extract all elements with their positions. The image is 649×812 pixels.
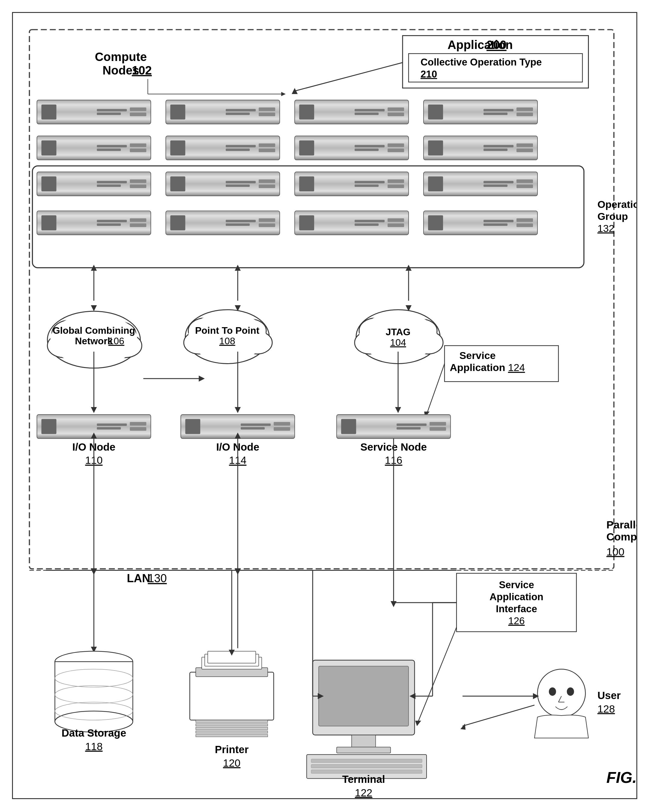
svg-rect-73 (97, 185, 121, 187)
svg-point-133 (51, 336, 78, 356)
svg-rect-193 (430, 427, 446, 431)
svg-rect-74 (130, 179, 146, 183)
svg-text:Application: Application (490, 591, 543, 602)
svg-rect-77 (170, 176, 185, 191)
svg-text:Service: Service (499, 579, 534, 590)
svg-line-10 (295, 63, 403, 91)
svg-rect-234 (196, 734, 268, 737)
svg-point-259 (549, 687, 556, 696)
svg-marker-165 (199, 375, 205, 382)
svg-marker-169 (395, 407, 401, 413)
svg-point-154 (357, 334, 383, 352)
svg-point-145 (245, 334, 270, 352)
svg-marker-163 (91, 407, 97, 413)
svg-rect-59 (387, 148, 404, 152)
svg-rect-65 (516, 148, 533, 152)
svg-rect-113 (428, 215, 443, 230)
svg-text:Collective Operation Type: Collective Operation Type (421, 56, 542, 67)
svg-rect-31 (299, 105, 314, 119)
svg-rect-241 (352, 735, 376, 747)
svg-rect-55 (299, 140, 314, 156)
svg-marker-212 (390, 601, 396, 607)
svg-point-155 (415, 334, 441, 352)
svg-rect-109 (355, 223, 379, 226)
svg-rect-98 (130, 218, 146, 222)
svg-rect-35 (387, 113, 404, 116)
svg-rect-108 (355, 220, 385, 222)
svg-rect-190 (396, 424, 427, 426)
svg-rect-230 (196, 720, 268, 722)
svg-rect-81 (259, 185, 276, 188)
svg-text:LAN: LAN (127, 572, 150, 585)
svg-rect-32 (355, 109, 385, 111)
svg-text:120: 120 (223, 757, 240, 769)
svg-rect-40 (516, 108, 533, 111)
svg-rect-20 (97, 109, 127, 111)
svg-text:130: 130 (148, 572, 167, 585)
svg-rect-115 (484, 223, 507, 226)
svg-text:128: 128 (597, 703, 615, 715)
svg-rect-92 (516, 179, 533, 183)
svg-text:Computer: Computer (606, 531, 637, 543)
svg-text:210: 210 (421, 69, 437, 79)
svg-rect-29 (259, 113, 276, 116)
svg-rect-232 (196, 727, 268, 730)
svg-text:106: 106 (108, 336, 124, 346)
svg-line-256 (418, 627, 457, 723)
svg-marker-257 (415, 721, 421, 726)
svg-rect-50 (226, 145, 256, 148)
svg-rect-184 (274, 422, 290, 426)
svg-marker-11 (292, 88, 298, 94)
svg-rect-240 (318, 666, 409, 726)
svg-line-170 (427, 363, 445, 415)
svg-marker-120 (91, 305, 97, 311)
svg-marker-167 (235, 407, 241, 413)
svg-rect-58 (387, 143, 404, 147)
svg-text:Service: Service (459, 350, 496, 361)
svg-rect-75 (130, 185, 146, 188)
svg-rect-101 (170, 215, 185, 230)
svg-rect-173 (41, 419, 57, 434)
svg-rect-57 (355, 148, 379, 151)
svg-text:Application: Application (450, 362, 505, 373)
svg-rect-225 (190, 672, 274, 720)
svg-rect-49 (170, 140, 185, 156)
svg-rect-103 (226, 223, 250, 226)
svg-rect-99 (130, 223, 146, 227)
svg-rect-189 (341, 419, 356, 434)
svg-rect-174 (97, 424, 127, 426)
svg-rect-43 (41, 140, 57, 156)
svg-rect-177 (130, 427, 146, 431)
svg-rect-107 (299, 215, 314, 230)
svg-text:JTAG: JTAG (386, 327, 411, 337)
svg-text:FIG. 1: FIG. 1 (606, 769, 637, 786)
svg-rect-111 (387, 223, 404, 227)
svg-rect-191 (396, 427, 421, 430)
svg-text:Compute: Compute (95, 50, 147, 63)
svg-rect-80 (259, 179, 276, 183)
svg-rect-51 (226, 148, 250, 151)
svg-rect-62 (484, 145, 513, 148)
svg-rect-78 (226, 181, 256, 183)
svg-rect-104 (259, 218, 276, 222)
svg-text:Terminal: Terminal (342, 773, 385, 785)
svg-text:Interface: Interface (496, 603, 537, 614)
svg-text:124: 124 (508, 362, 525, 373)
svg-rect-181 (185, 419, 200, 434)
svg-rect-44 (97, 145, 127, 148)
svg-rect-183 (241, 427, 265, 430)
svg-rect-33 (355, 113, 379, 115)
svg-rect-47 (130, 148, 146, 152)
svg-rect-114 (484, 220, 513, 222)
svg-text:122: 122 (355, 787, 372, 798)
svg-rect-176 (130, 422, 146, 426)
svg-rect-21 (97, 113, 121, 115)
svg-text:126: 126 (508, 615, 525, 626)
svg-rect-175 (97, 427, 121, 430)
svg-text:Parallel: Parallel (606, 519, 637, 531)
svg-rect-185 (274, 427, 290, 431)
svg-text:Point To Point: Point To Point (195, 325, 259, 336)
svg-rect-105 (259, 223, 276, 227)
svg-text:Global Combining: Global Combining (53, 325, 135, 336)
diagram-container: Parallel Computer 100 Application 200 Co… (12, 12, 637, 799)
